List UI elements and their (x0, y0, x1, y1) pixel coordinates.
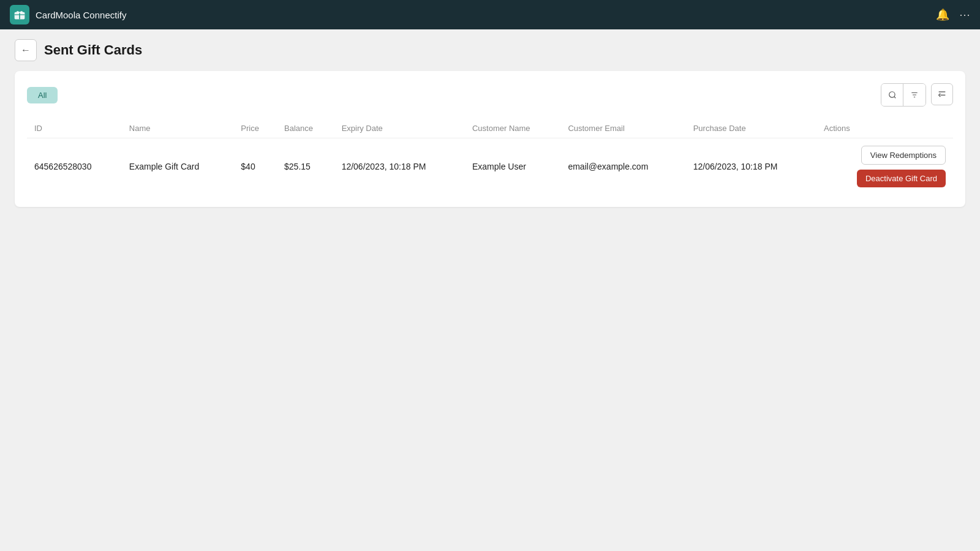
col-header-balance: Balance (277, 119, 334, 138)
filter-bar: All (27, 83, 953, 107)
col-header-customer-email: Customer Email (560, 119, 685, 138)
cell-price: $40 (233, 138, 277, 195)
table-header: ID Name Price Balance Expiry Date Custom… (27, 119, 953, 138)
search-button[interactable] (881, 84, 903, 106)
topbar: CardMoola Connectify 🔔 ⋯ (0, 0, 980, 29)
filter-button[interactable] (903, 84, 925, 106)
svg-line-2 (894, 97, 895, 99)
cell-id: 645626528030 (27, 138, 122, 195)
page-header: ← Sent Gift Cards (0, 29, 980, 71)
back-button[interactable]: ← (15, 39, 37, 61)
app-name: CardMoola Connectify (36, 10, 126, 20)
deactivate-gift-card-button[interactable]: Deactivate Gift Card (857, 170, 946, 187)
actions-container: View Redemptions Deactivate Gift Card (824, 146, 946, 187)
topbar-right: 🔔 ⋯ (936, 8, 970, 21)
topbar-left: CardMoola Connectify (10, 5, 126, 24)
col-header-id: ID (27, 119, 122, 138)
cell-purchase-date: 12/06/2023, 10:18 PM (686, 138, 816, 195)
cell-customer-email: email@example.com (560, 138, 685, 195)
more-options-icon[interactable]: ⋯ (959, 8, 970, 21)
main-content: All (15, 71, 965, 207)
search-filter-combined (881, 83, 926, 107)
table-row: 645626528030 Example Gift Card $40 $25.1… (27, 138, 953, 195)
table-body: 645626528030 Example Gift Card $40 $25.1… (27, 138, 953, 195)
col-header-expiry: Expiry Date (334, 119, 465, 138)
cell-customer-name: Example User (465, 138, 560, 195)
view-redemptions-button[interactable]: View Redemptions (861, 146, 946, 165)
gift-cards-table: ID Name Price Balance Expiry Date Custom… (27, 119, 953, 195)
cell-expiry: 12/06/2023, 10:18 PM (334, 138, 465, 195)
filter-right-controls (881, 83, 953, 107)
app-logo (10, 5, 29, 24)
svg-point-1 (889, 92, 894, 97)
notification-icon[interactable]: 🔔 (936, 8, 949, 21)
page-title: Sent Gift Cards (44, 42, 142, 58)
cell-actions: View Redemptions Deactivate Gift Card (816, 138, 953, 195)
col-header-name: Name (122, 119, 233, 138)
cell-name: Example Gift Card (122, 138, 233, 195)
filter-all-button[interactable]: All (27, 87, 58, 103)
col-header-actions: Actions (816, 119, 953, 138)
col-header-price: Price (233, 119, 277, 138)
col-header-customer-name: Customer Name (465, 119, 560, 138)
col-header-purchase-date: Purchase Date (686, 119, 816, 138)
sort-button[interactable] (931, 83, 953, 105)
back-arrow-icon: ← (21, 45, 31, 56)
cell-balance: $25.15 (277, 138, 334, 195)
